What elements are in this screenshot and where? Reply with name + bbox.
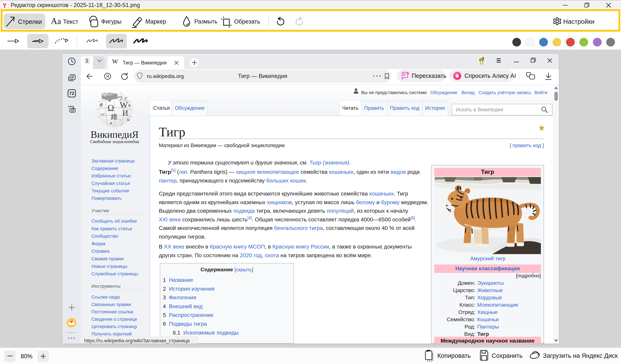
svg-text:ب: ب (101, 111, 105, 116)
svg-text:Я: Я (106, 74, 109, 79)
svg-text:И: И (122, 109, 128, 117)
svg-text:י: י (120, 118, 121, 123)
svg-text:維: 維 (111, 113, 118, 121)
svg-text:W: W (120, 100, 128, 110)
svg-text:Ω: Ω (107, 103, 114, 113)
svg-text:ही: ही (100, 103, 103, 108)
svg-text:ม: ม (127, 117, 130, 122)
svg-text:อ: อ (110, 121, 112, 125)
svg-text:ة: ة (128, 102, 131, 107)
